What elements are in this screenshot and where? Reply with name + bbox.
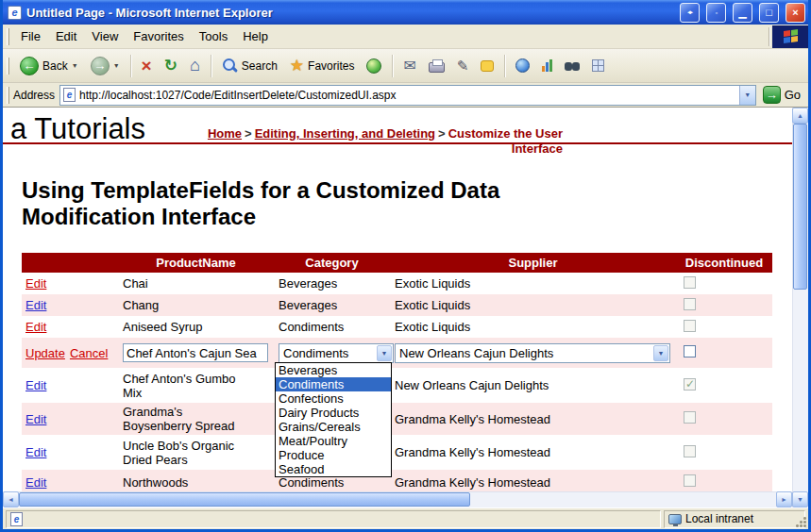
dropdown-option[interactable]: Beverages — [276, 363, 391, 377]
menu-help[interactable]: Help — [235, 26, 276, 46]
address-url[interactable]: http://localhost:1027/Code/EditInsertDel… — [76, 89, 739, 102]
product-name: Chang — [123, 298, 247, 312]
divider — [504, 55, 505, 77]
dropdown-option[interactable]: Produce — [276, 448, 391, 462]
discuss-icon — [481, 60, 494, 72]
edit-button[interactable]: ✎ — [451, 55, 475, 77]
vertical-scrollbar[interactable]: ▲ ▼ — [792, 108, 808, 507]
dropdown-option[interactable]: Dairy Products — [276, 406, 391, 420]
extra-window-button-arrows[interactable]: ◂▸ — [680, 3, 700, 23]
scroll-left-button[interactable]: ◄ — [3, 491, 19, 507]
favorites-label: Favorites — [308, 59, 354, 73]
breadcrumb-section-link[interactable]: Editing, Inserting, and Deleting — [255, 126, 435, 141]
dropdown-option[interactable]: Seafood — [276, 462, 391, 476]
edit-pencil-icon: ✎ — [457, 58, 469, 75]
menu-favorites[interactable]: Favorites — [126, 26, 191, 46]
table-row: Edit Chang Beverages Exotic Liquids — [22, 294, 772, 316]
menu-file[interactable]: File — [13, 26, 48, 46]
edit-link[interactable]: Edit — [25, 445, 46, 459]
search-button[interactable]: Search — [216, 55, 283, 76]
windows-flag-icon — [784, 29, 798, 43]
dropdown-option-selected[interactable]: Condiments — [276, 377, 391, 391]
screen-icon: ▫ — [716, 9, 717, 16]
favorites-button[interactable]: ★ Favorites — [284, 53, 361, 78]
scroll-right-button[interactable]: ► — [776, 491, 792, 507]
stats-button[interactable] — [536, 57, 558, 75]
forward-button[interactable]: → ▼ — [85, 54, 126, 78]
table-row: Edit Chai Beverages Exotic Liquids — [22, 273, 772, 294]
chevron-down-icon[interactable]: ▼ — [653, 345, 668, 361]
print-button[interactable] — [423, 56, 450, 75]
toolbar-grip[interactable] — [7, 58, 9, 75]
grid-header-discontinued: Discontinued — [676, 253, 772, 273]
maximize-button[interactable]: □ — [759, 3, 779, 23]
resize-grip[interactable] — [795, 516, 807, 528]
security-zone-label: Local intranet — [685, 512, 753, 525]
address-dropdown-button[interactable]: ▼ — [739, 86, 755, 105]
edit-link[interactable]: Edit — [25, 320, 46, 334]
category-select[interactable]: Condiments ▼ — [279, 343, 394, 363]
local-intranet-icon — [668, 514, 682, 524]
chevron-down-icon[interactable]: ▼ — [377, 345, 392, 361]
messenger-button[interactable] — [510, 56, 535, 75]
scroll-up-icon: ▲ — [797, 112, 803, 119]
toolbar-grip[interactable] — [7, 87, 9, 104]
favicon-page-icon: e — [63, 88, 76, 102]
scroll-down-button[interactable]: ▼ — [792, 491, 808, 507]
vertical-scrollbar-thumb[interactable] — [793, 124, 807, 290]
discontinued-checkbox-editable[interactable] — [684, 345, 696, 357]
edit-link[interactable]: Edit — [25, 412, 46, 426]
go-button[interactable]: → Go — [763, 86, 804, 104]
edit-link[interactable]: Edit — [25, 475, 46, 490]
back-button[interactable]: ← Back ▼ — [14, 54, 84, 78]
menu-tools[interactable]: Tools — [192, 26, 235, 46]
close-button[interactable]: × — [786, 3, 805, 23]
dropdown-arrow: ▼ — [658, 350, 665, 357]
minimize-button[interactable]: ▁ — [733, 3, 752, 23]
dropdown-arrow: ▼ — [381, 350, 388, 357]
supplier-cell: Exotic Liquids — [390, 273, 676, 294]
product-name: Grandma's Boysenberry Spread — [123, 405, 247, 433]
home-button[interactable]: ⌂ — [184, 53, 206, 78]
edit-link[interactable]: Edit — [25, 298, 46, 312]
search-icon — [222, 58, 238, 74]
dropdown-option[interactable]: Confections — [276, 391, 391, 406]
dropdown-option[interactable]: Meat/Poultry — [276, 434, 391, 448]
binoculars-icon — [565, 62, 580, 72]
quick-launch-button[interactable] — [586, 57, 610, 75]
status-page-icon: e — [10, 512, 23, 526]
scroll-up-button[interactable]: ▲ — [792, 108, 808, 124]
horizontal-scrollbar-thumb[interactable] — [19, 492, 470, 507]
chart-icon — [542, 59, 552, 72]
refresh-button[interactable]: ↻ — [159, 53, 183, 78]
title-bar[interactable]: e Untitled Page - Microsoft Internet Exp… — [3, 0, 808, 25]
media-button[interactable] — [361, 56, 387, 76]
stop-button[interactable]: × — [136, 55, 158, 77]
table-row: Edit Uncle Bob's Organic Dried Pears Gra… — [22, 435, 772, 470]
supplier-select[interactable]: New Orleans Cajun Delights ▼ — [395, 343, 670, 363]
supplier-cell: Exotic Liquids — [390, 316, 676, 338]
toolbar-grip[interactable] — [7, 28, 9, 45]
table-row: Edit Grandma's Boysenberry Spread Grandm… — [22, 403, 772, 435]
discontinued-checkbox — [684, 411, 696, 424]
cancel-link[interactable]: Cancel — [70, 346, 108, 360]
forward-icon: → — [91, 57, 110, 75]
extra-window-button-screen[interactable]: ▫ — [706, 3, 726, 23]
discuss-button[interactable] — [475, 58, 499, 75]
horizontal-scrollbar[interactable]: ◄ ► — [3, 491, 792, 507]
grid-header-product: ProductName — [118, 253, 274, 273]
menu-view[interactable]: View — [84, 26, 126, 46]
update-link[interactable]: Update — [25, 346, 65, 360]
menu-edit[interactable]: Edit — [48, 26, 84, 46]
research-button[interactable] — [559, 57, 585, 75]
discontinued-checkbox — [684, 445, 696, 457]
discontinued-checkbox — [684, 298, 696, 310]
dropdown-option[interactable]: Grains/Cereals — [276, 420, 391, 434]
edit-link[interactable]: Edit — [25, 276, 46, 291]
address-input[interactable]: e http://localhost:1027/Code/EditInsertD… — [59, 85, 756, 106]
mail-button[interactable]: ✉ — [397, 54, 421, 77]
product-name-input[interactable] — [123, 343, 268, 362]
edit-link[interactable]: Edit — [25, 378, 46, 392]
breadcrumb-home-link[interactable]: Home — [208, 126, 242, 141]
go-arrow-icon: → — [763, 86, 781, 104]
